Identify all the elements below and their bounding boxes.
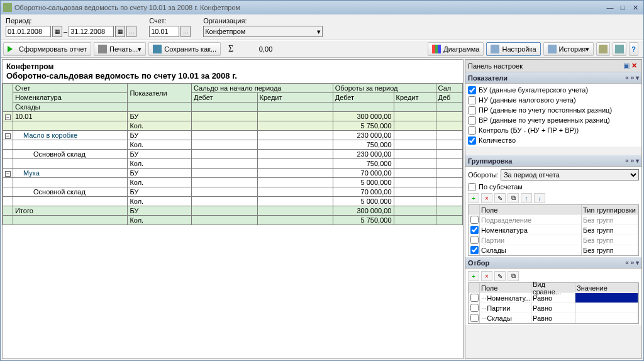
indicator-vr[interactable]: ВР (данные по учету временных разниц)	[468, 115, 639, 125]
filter-row[interactable]: ···Номенклату...Равно	[469, 293, 638, 303]
save-as-button[interactable]: Сохранить как...	[148, 42, 221, 56]
period-label: Период:	[6, 17, 136, 25]
turnover-label: Обороты:	[468, 171, 499, 179]
chart-button[interactable]: Диаграмма	[428, 42, 484, 56]
report-company: Конфетпром	[6, 62, 459, 71]
indicators-body: БУ (данные бухгалтерского учета) НУ (дан…	[465, 84, 641, 147]
panel-header-title: Панель настроек	[468, 62, 523, 70]
tree-collapse[interactable]: −	[5, 133, 11, 139]
group-row[interactable]: ПартииБез групп	[469, 235, 638, 245]
report-table: Счет Показатели Сальдо на начало периода…	[3, 83, 463, 225]
add-group-button[interactable]: +	[468, 193, 479, 203]
report-title: Оборотно-сальдовая ведомость по счету 10…	[6, 71, 459, 81]
app-icon	[3, 3, 12, 12]
toolbar: Сформировать отчет Печать...▾ Сохранить …	[1, 40, 643, 58]
group-row[interactable]: НоменклатураБез групп	[469, 225, 638, 235]
params-bar: Период: ▦ – ▦ … Счет: … Организация: Кон…	[1, 14, 643, 40]
sigma-icon: Σ	[228, 44, 233, 54]
tool-misc2-button[interactable]	[613, 42, 626, 56]
organization-select[interactable]: Конфетпром ▾	[203, 26, 323, 37]
filter-row[interactable]: ···СкладыРавно	[469, 313, 638, 323]
account-more-button[interactable]: …	[180, 26, 191, 37]
filter-remove-button[interactable]: ×	[481, 271, 492, 281]
account-label: Счет:	[149, 17, 191, 25]
date-to-input[interactable]	[69, 26, 114, 37]
by-subaccounts-checkbox[interactable]: По субсчетам	[468, 182, 639, 192]
organization-label: Организация:	[203, 17, 323, 25]
indicators-title: Показатели« » ▾	[465, 72, 641, 84]
window-title: Оборотно-сальдовая ведомость по счету 10…	[14, 4, 240, 11]
move-down-button[interactable]: ↓	[534, 193, 545, 203]
remove-group-button[interactable]: ×	[481, 193, 492, 203]
minimize-button[interactable]: —	[604, 3, 616, 13]
help-button[interactable]: ?	[629, 42, 638, 56]
col-indicators: Показатели	[128, 84, 192, 103]
col-stores: Склады	[13, 103, 128, 112]
col-turnover: Обороты за период	[333, 84, 436, 93]
titlebar: Оборотно-сальдовая ведомость по счету 10…	[1, 1, 643, 14]
panel-close-icon[interactable]: ✕	[630, 62, 639, 70]
account-input[interactable]	[149, 26, 179, 37]
chevron-down-icon: ▾	[317, 28, 321, 36]
group-row[interactable]: ПодразделениеБез групп	[469, 215, 638, 225]
filter-row[interactable]: ···ПартииРавно	[469, 303, 638, 313]
panel-detach-icon[interactable]: ▣	[623, 62, 630, 70]
indicator-control[interactable]: Контроль (БУ - (НУ + ПР + ВР))	[468, 125, 639, 135]
indicator-pr[interactable]: ПР (данные по учету постоянных разниц)	[468, 105, 639, 115]
history-button[interactable]: История▾	[543, 42, 594, 56]
main-area: Конфетпром Оборотно-сальдовая ведомость …	[1, 58, 643, 360]
print-button[interactable]: Печать...▾	[94, 42, 146, 56]
move-up-button[interactable]: ↑	[521, 193, 532, 203]
filter-title: Отбор« » ▾	[465, 257, 641, 269]
col-debit1: Дебет	[192, 93, 258, 103]
total-value: 0,00	[238, 45, 276, 53]
tree-collapse[interactable]: −	[5, 114, 11, 120]
close-button[interactable]: ✕	[630, 3, 641, 13]
generate-report-button[interactable]: Сформировать отчет	[3, 42, 91, 56]
date-from-input[interactable]	[6, 26, 51, 37]
group-row[interactable]: СкладыБез групп	[469, 245, 638, 255]
edit-group-button[interactable]: ✎	[494, 193, 506, 203]
col-deb: Деб	[436, 93, 462, 103]
maximize-button[interactable]: □	[617, 3, 628, 13]
app-window: Оборотно-сальдовая ведомость по счету 10…	[0, 0, 644, 361]
filter-copy-button[interactable]: ⧉	[508, 271, 519, 281]
date-to-picker-icon[interactable]: ▦	[115, 26, 125, 37]
indicator-qty[interactable]: Количество	[468, 135, 639, 145]
indicator-nu[interactable]: НУ (данные налогового учета)	[468, 95, 639, 105]
tree-collapse[interactable]: −	[5, 171, 11, 177]
col-saldo-start: Сальдо на начало периода	[192, 84, 333, 93]
period-more-button[interactable]: …	[126, 26, 136, 37]
col-credit1: Кредит	[257, 93, 333, 103]
copy-group-button[interactable]: ⧉	[508, 193, 519, 203]
turnover-select[interactable]: За период отчета	[501, 169, 639, 181]
tool-misc1-button[interactable]	[596, 42, 610, 56]
settings-panel: Панель настроек ▣ ✕ Показатели« » ▾ БУ (…	[465, 59, 642, 359]
grouping-title: Группировка« » ▾	[465, 155, 641, 167]
date-from-picker-icon[interactable]: ▦	[52, 26, 62, 37]
col-debit2: Дебет	[333, 93, 394, 103]
settings-button[interactable]: Настройка	[486, 42, 540, 56]
col-nomenclature: Номенклатура	[13, 93, 128, 103]
col-credit2: Кредит	[394, 93, 436, 103]
filter-add-button[interactable]: +	[468, 271, 479, 281]
indicator-bu[interactable]: БУ (данные бухгалтерского учета)	[468, 85, 639, 95]
col-sal: Сал	[436, 84, 462, 93]
col-account: Счет	[13, 84, 128, 93]
report-area: Конфетпром Оборотно-сальдовая ведомость …	[2, 59, 464, 359]
filter-edit-button[interactable]: ✎	[494, 271, 506, 281]
